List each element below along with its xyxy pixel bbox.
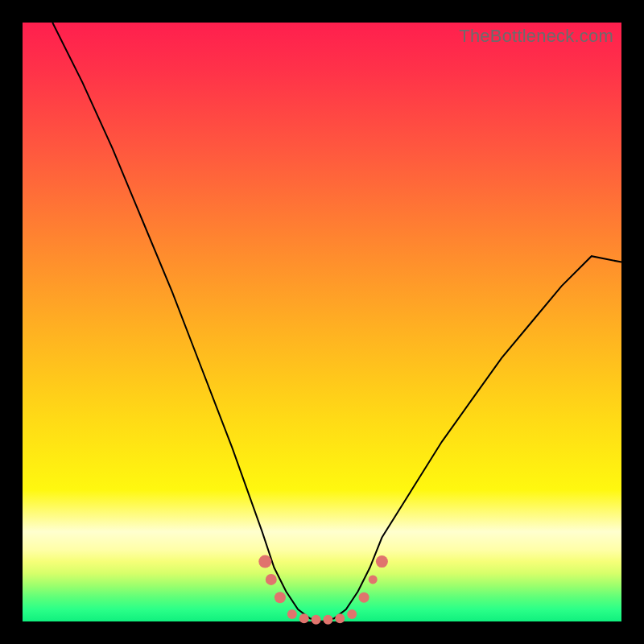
curve-marker <box>258 555 271 568</box>
markers-group <box>258 555 388 625</box>
curve-marker <box>266 574 277 585</box>
curve-marker <box>359 592 369 603</box>
plot-area: TheBottleneck.com <box>23 23 621 621</box>
bottleneck-curve <box>52 23 621 621</box>
curve-marker <box>275 592 286 603</box>
curve-marker <box>299 613 309 623</box>
curve-marker <box>312 615 321 625</box>
curve-marker <box>376 555 388 568</box>
curve-svg <box>23 23 621 621</box>
curve-marker <box>369 575 378 584</box>
curve-marker <box>323 615 332 625</box>
curve-marker <box>287 609 297 619</box>
chart-frame: TheBottleneck.com <box>0 0 644 644</box>
curve-marker <box>347 609 357 619</box>
curve-marker <box>335 613 345 623</box>
